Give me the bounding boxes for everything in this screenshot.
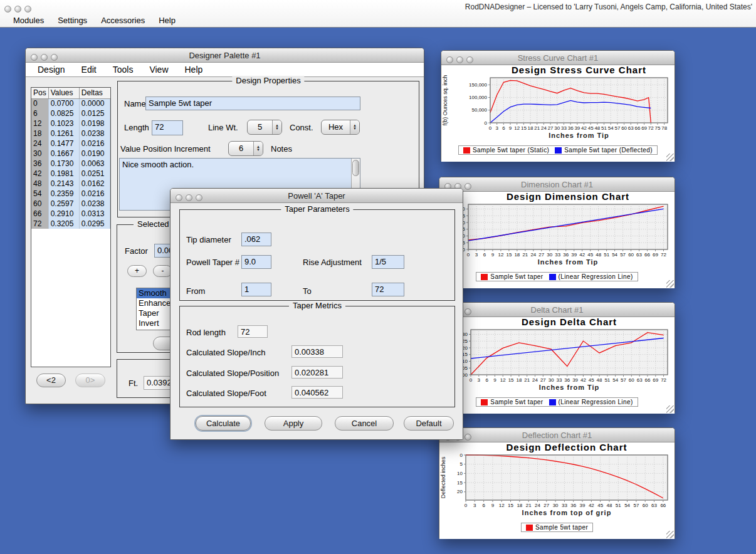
close-icon[interactable] (446, 56, 453, 63)
table-cell[interactable]: 0.0216 (79, 189, 110, 199)
table-cell[interactable]: 66 (31, 209, 48, 219)
table-cell[interactable]: 0.1261 (48, 128, 79, 138)
resize-grip-icon[interactable] (666, 405, 674, 413)
dialog-titlebar[interactable]: Powell 'A' Taper (171, 189, 463, 203)
minimize-icon[interactable] (186, 194, 192, 201)
table-row[interactable]: 720.32050.0295 (31, 219, 110, 229)
nav-forward-button[interactable]: 0> (75, 374, 105, 387)
zoom-icon[interactable] (51, 54, 58, 61)
minimize-icon[interactable] (456, 56, 463, 63)
tip-diameter-field[interactable]: .062 (241, 233, 271, 246)
table-row[interactable]: 360.17300.0063 (31, 159, 110, 169)
palette-menu-item-0[interactable]: Design (29, 65, 73, 75)
table-cell[interactable]: 54 (31, 189, 48, 199)
resize-grip-icon[interactable] (666, 154, 674, 161)
cancel-button[interactable]: Cancel (335, 416, 394, 431)
table-cell[interactable]: 0.0295 (79, 219, 110, 229)
table-cell[interactable]: 72 (31, 219, 48, 229)
name-field[interactable]: Sample 5wt taper (145, 97, 360, 110)
table-cell[interactable]: 0 (31, 98, 48, 108)
col-header-pos[interactable]: Pos (31, 88, 48, 98)
table-cell[interactable]: 0.0198 (79, 118, 110, 128)
table-cell[interactable]: 42 (31, 169, 48, 179)
table-row[interactable]: 300.16670.0190 (31, 149, 110, 159)
slope-inch-field[interactable]: 0.00338 (291, 345, 343, 358)
stress-window-titlebar[interactable]: Stress Curve Chart #1 (441, 51, 675, 65)
powell-taper-field[interactable]: 9.0 (241, 255, 271, 269)
length-field[interactable]: 72 (152, 120, 183, 135)
zoom-icon[interactable] (24, 6, 31, 13)
table-cell[interactable]: 0.0162 (79, 179, 110, 189)
table-cell[interactable]: 0.0700 (48, 98, 79, 108)
table-cell[interactable]: 0.1667 (48, 149, 79, 159)
apply-button[interactable]: Apply (265, 416, 322, 431)
dimension-window-titlebar[interactable]: Dimension Chart #1 (439, 177, 675, 192)
zoom-icon[interactable] (466, 56, 473, 63)
table-cell[interactable]: 0.0825 (48, 108, 79, 118)
scrollbar-thumb[interactable] (352, 160, 359, 176)
rise-adjustment-field[interactable]: 1/5 (372, 255, 404, 269)
resize-grip-icon[interactable] (666, 531, 674, 538)
app-window-controls[interactable] (4, 3, 34, 14)
zoom-icon[interactable] (196, 194, 202, 201)
zoom-icon[interactable] (465, 308, 471, 315)
table-cell[interactable]: 0.0000 (79, 98, 110, 108)
table-cell[interactable]: 18 (31, 128, 48, 138)
table-row[interactable]: 180.12610.0238 (31, 128, 110, 138)
table-cell[interactable]: 0.3205 (48, 219, 79, 229)
to-field[interactable]: 72 (372, 283, 404, 296)
palette-titlebar[interactable]: Designer Palette #1 (26, 48, 424, 63)
minimize-icon[interactable] (41, 54, 48, 61)
palette-menu-item-1[interactable]: Edit (73, 65, 105, 75)
line-wt-stepper[interactable]: 5▲▼ (247, 120, 282, 135)
zoom-icon[interactable] (465, 434, 471, 441)
palette-menu-item-3[interactable]: View (141, 65, 176, 75)
table-cell[interactable]: 0.0190 (79, 149, 110, 159)
table-cell[interactable]: 36 (31, 159, 48, 169)
minimize-icon[interactable] (14, 6, 21, 13)
table-cell[interactable]: 48 (31, 179, 48, 189)
table-cell[interactable]: 0.0125 (79, 108, 110, 118)
close-icon[interactable] (4, 6, 11, 13)
table-row[interactable]: 600.25970.0238 (31, 199, 110, 209)
nav-back-button[interactable]: <2 (36, 374, 66, 387)
table-cell[interactable]: 0.2143 (48, 179, 79, 189)
table-cell[interactable]: 0.2597 (48, 199, 79, 209)
taper-values-table[interactable]: Pos Values Deltas 00.07000.000060.08250.… (31, 87, 111, 367)
close-icon[interactable] (31, 54, 38, 61)
palette-menu-item-4[interactable]: Help (177, 65, 211, 75)
table-cell[interactable]: 0.1477 (48, 138, 79, 149)
table-cell[interactable]: 0.2359 (48, 189, 79, 199)
table-cell[interactable]: 0.0313 (79, 209, 110, 219)
table-row[interactable]: 60.08250.0125 (31, 108, 110, 118)
table-cell[interactable]: 0.0063 (79, 159, 110, 169)
col-header-deltas[interactable]: Deltas (79, 88, 110, 98)
table-cell[interactable]: 0.0251 (79, 169, 110, 179)
app-menu-item-0[interactable]: Modules (6, 16, 51, 25)
table-cell[interactable]: 0.0238 (79, 199, 110, 209)
table-cell[interactable]: 60 (31, 199, 48, 209)
slope-position-field[interactable]: 0.020281 (291, 366, 343, 379)
table-row[interactable]: 00.07000.0000 (31, 98, 110, 108)
table-cell[interactable]: 0.1981 (48, 169, 79, 179)
close-icon[interactable] (176, 194, 182, 201)
app-menu-item-2[interactable]: Accessories (94, 16, 152, 25)
table-row[interactable]: 660.29100.0313 (31, 209, 110, 219)
table-row[interactable]: 420.19810.0251 (31, 169, 110, 179)
table-cell[interactable]: 30 (31, 149, 48, 159)
const-stepper[interactable]: Hex▲▼ (321, 120, 360, 135)
table-cell[interactable]: 24 (31, 138, 48, 149)
table-cell[interactable]: 0.2910 (48, 209, 79, 219)
default-button[interactable]: Default (404, 416, 454, 431)
table-cell[interactable]: 0.0216 (79, 138, 110, 149)
table-row[interactable]: 120.10230.0198 (31, 118, 110, 128)
delta-window-titlebar[interactable]: Delta Chart #1 (439, 303, 675, 317)
vpi-stepper[interactable]: 6▲▼ (228, 141, 263, 156)
col-header-values[interactable]: Values (48, 88, 79, 98)
table-cell[interactable]: 0.1730 (48, 159, 79, 169)
palette-menu-item-2[interactable]: Tools (105, 65, 142, 75)
from-field[interactable]: 1 (241, 283, 271, 296)
table-cell[interactable]: 12 (31, 118, 48, 128)
slope-foot-field[interactable]: 0.040562 (291, 386, 343, 399)
plus-button[interactable]: + (127, 265, 147, 277)
